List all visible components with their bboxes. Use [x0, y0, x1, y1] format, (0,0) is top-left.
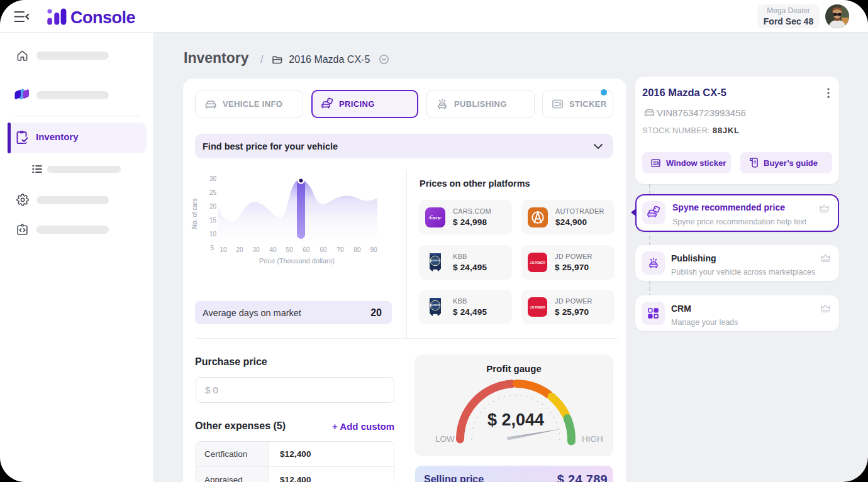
- svg-text:J.D.POWER: J.D.POWER: [530, 305, 545, 309]
- svg-text:Price (Thousand dollars): Price (Thousand dollars): [259, 257, 335, 265]
- svg-text:30: 30: [252, 246, 260, 253]
- svg-text:BLUE BOOK: BLUE BOOK: [430, 260, 440, 262]
- svg-text:20: 20: [209, 203, 217, 210]
- svg-text:25: 25: [209, 189, 217, 196]
- svg-text:80: 80: [353, 246, 361, 253]
- svg-text:20: 20: [236, 246, 243, 253]
- svg-text:No. of cars: No. of cars: [191, 199, 198, 229]
- svg-text:60: 60: [320, 246, 327, 253]
- svg-text:50: 50: [286, 246, 293, 253]
- svg-text:BLUE BOOK: BLUE BOOK: [430, 304, 440, 307]
- svg-text:60: 60: [303, 246, 310, 253]
- svg-text:5: 5: [210, 244, 214, 251]
- svg-text:LOW: LOW: [435, 434, 455, 444]
- svg-text:40: 40: [269, 246, 277, 253]
- svg-text:30: 30: [209, 175, 217, 182]
- svg-text:J.D.POWER: J.D.POWER: [530, 261, 545, 265]
- svg-text:HIGH: HIGH: [582, 434, 603, 444]
- svg-text:$ 2,044: $ 2,044: [487, 410, 544, 429]
- svg-text:90: 90: [370, 246, 377, 253]
- svg-text:10: 10: [209, 231, 217, 238]
- svg-text:70: 70: [337, 246, 344, 253]
- svg-text:10: 10: [220, 246, 227, 253]
- svg-text:15: 15: [209, 217, 217, 224]
